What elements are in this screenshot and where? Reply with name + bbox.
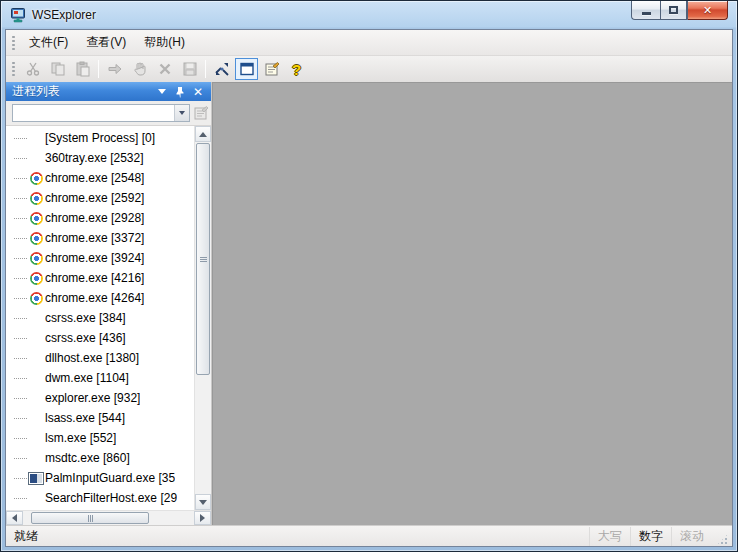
window-body: 文件(F) 查看(V) 帮助(H) <box>5 29 733 547</box>
properties-button[interactable] <box>260 58 283 80</box>
tree-branch-icon <box>14 358 27 359</box>
chrome-icon <box>27 290 45 306</box>
process-row[interactable]: csrss.exe [384] <box>6 308 194 328</box>
process-label: 360tray.exe [2532] <box>45 151 144 165</box>
process-label: chrome.exe [3924] <box>45 251 144 265</box>
tree-branch-icon <box>14 138 27 139</box>
close-button[interactable]: ✕ <box>687 1 728 20</box>
forward-arrow-icon <box>107 61 123 77</box>
scroll-right-button[interactable] <box>194 511 211 525</box>
chrome-icon <box>27 250 45 266</box>
panel-menu-button[interactable] <box>154 85 170 99</box>
toolbar-grip-icon <box>11 61 16 77</box>
process-row[interactable]: dwm.exe [1104] <box>6 368 194 388</box>
process-row[interactable]: chrome.exe [3924] <box>6 248 194 268</box>
tree-branch-icon <box>14 438 27 439</box>
hand-icon <box>132 61 148 77</box>
process-filter-input[interactable] <box>13 105 174 121</box>
process-row[interactable]: chrome.exe [2592] <box>6 188 194 208</box>
process-row[interactable]: lsass.exe [544] <box>6 408 194 428</box>
no-icon <box>27 430 45 446</box>
num-lock-indicator: 数字 <box>630 527 671 546</box>
monitor-app-icon <box>10 7 26 23</box>
horizontal-scrollbar[interactable] <box>6 510 211 525</box>
toolbar-grip-icon <box>11 35 16 51</box>
no-icon <box>27 330 45 346</box>
tree-branch-icon <box>14 198 27 199</box>
tree-branch-icon <box>14 218 27 219</box>
tree-branch-icon <box>14 238 27 239</box>
panel-header: 进程列表 ✕ <box>6 82 211 101</box>
process-label: csrss.exe [436] <box>45 331 126 345</box>
filter-row: ⇅ <box>6 101 211 125</box>
process-label: SearchFilterHost.exe [29 <box>45 491 177 505</box>
process-row[interactable]: msdtc.exe [860] <box>6 448 194 468</box>
process-row[interactable]: chrome.exe [2928] <box>6 208 194 228</box>
vertical-scroll-thumb[interactable] <box>196 143 210 375</box>
process-row[interactable]: chrome.exe [3372] <box>6 228 194 248</box>
view-properties-button <box>193 103 209 123</box>
caps-lock-indicator: 大写 <box>589 527 630 546</box>
app-window: WSExplorer ✕ 文件(F) 查看(V) 帮助(H) <box>0 0 738 552</box>
process-label: chrome.exe [2928] <box>45 211 144 225</box>
copy-icon <box>50 61 66 77</box>
panel-pin-button[interactable] <box>172 85 188 99</box>
process-row[interactable]: PalmInputGuard.exe [35 <box>6 468 194 488</box>
scroll-down-button[interactable] <box>195 494 211 510</box>
title-bar: WSExplorer ✕ <box>1 1 737 28</box>
menu-view[interactable]: 查看(V) <box>77 31 135 54</box>
menu-help[interactable]: 帮助(H) <box>135 31 194 54</box>
minimize-button[interactable] <box>631 1 660 20</box>
caption-buttons: ✕ <box>631 1 728 20</box>
tree-branch-icon <box>14 258 27 259</box>
tree-branch-icon <box>14 478 27 479</box>
horizontal-scroll-thumb[interactable] <box>31 512 149 524</box>
process-row[interactable]: 360tray.exe [2532] <box>6 148 194 168</box>
forward-button <box>103 58 126 80</box>
scroll-left-button[interactable] <box>6 511 23 525</box>
maximize-button[interactable] <box>660 1 687 20</box>
process-tree-button[interactable] <box>210 58 233 80</box>
process-label: chrome.exe [2592] <box>45 191 144 205</box>
tree-branch-icon <box>14 498 27 499</box>
process-row[interactable]: dllhost.exe [1380] <box>6 348 194 368</box>
process-row[interactable]: chrome.exe [4264] <box>6 288 194 308</box>
process-row[interactable]: chrome.exe [4216] <box>6 268 194 288</box>
tree-branch-icon <box>14 338 27 339</box>
combo-dropdown-button[interactable] <box>174 105 189 121</box>
chrome-icon <box>27 230 45 246</box>
horizontal-scroll-track[interactable] <box>23 511 194 525</box>
process-row[interactable]: csrss.exe [436] <box>6 328 194 348</box>
resize-grip[interactable] <box>716 533 729 546</box>
process-label: dwm.exe [1104] <box>45 371 129 385</box>
process-row[interactable]: SearchFilterHost.exe [29 <box>6 488 194 508</box>
tree-branch-icon <box>14 278 27 279</box>
process-row[interactable]: explorer.exe [932] <box>6 388 194 408</box>
no-icon <box>27 450 45 466</box>
vertical-scrollbar[interactable] <box>194 126 211 510</box>
process-row[interactable]: chrome.exe [2548] <box>6 168 194 188</box>
no-icon <box>27 130 45 146</box>
help-button[interactable]: ? <box>285 58 308 80</box>
process-row[interactable]: [System Process] [0] <box>6 128 194 148</box>
delete-icon <box>157 61 173 77</box>
no-icon <box>27 350 45 366</box>
process-label: msdtc.exe [860] <box>45 451 130 465</box>
scroll-up-button[interactable] <box>195 126 211 142</box>
process-label: lsm.exe [552] <box>45 431 116 445</box>
status-bar: 就绪 大写 数字 滚动 <box>6 525 732 546</box>
process-row[interactable]: lsm.exe [552] <box>6 428 194 448</box>
save-button <box>178 58 201 80</box>
vertical-scroll-track[interactable] <box>195 142 211 494</box>
main-area: 进程列表 ✕ <box>6 82 732 525</box>
chrome-icon <box>27 170 45 186</box>
triangle-up-icon <box>199 132 207 137</box>
properties-icon <box>193 105 209 121</box>
tree-branch-icon <box>14 298 27 299</box>
menu-file[interactable]: 文件(F) <box>20 31 77 54</box>
window-pane-button[interactable] <box>235 58 258 80</box>
chevron-down-icon <box>158 89 166 94</box>
tree-branch-icon <box>14 458 27 459</box>
tree-branch-icon <box>14 318 27 319</box>
panel-close-button[interactable]: ✕ <box>190 85 206 99</box>
